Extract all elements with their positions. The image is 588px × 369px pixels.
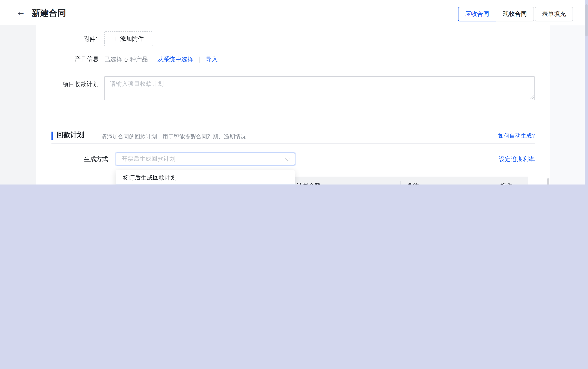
desktop: ← 新建合同 应收合同 现收合同 表单填充 附件1 + 添加附件 产品信息 已选… (0, 0, 588, 184)
section-subtitle: 请添加合同的回款计划，用于智能提醒合同到期、逾期情况 (101, 133, 246, 141)
option-after-signing[interactable]: 签订后生成回款计划 (116, 171, 295, 184)
generate-method-label: 生成方式 (10, 155, 108, 163)
product-info-label: 产品信息 (0, 54, 99, 63)
plus-icon: + (113, 36, 117, 42)
col-header-planned-amount: 计划金额 (296, 182, 320, 184)
generate-method-dropdown: 签订后生成回款计划 开票后生成回款计划 结算后生成回款计划 发货后生成回款计划 … (116, 170, 295, 184)
section-accent-bar (52, 132, 53, 140)
app-window: ← 新建合同 应收合同 现收合同 表单填充 附件1 + 添加附件 产品信息 已选… (0, 0, 585, 184)
chevron-down-icon (285, 156, 290, 161)
generate-method-value: 开票后生成回款计划 (121, 155, 286, 163)
generate-method-select[interactable]: 开票后生成回款计划 (116, 153, 295, 165)
project-plan-label: 项目收款计划 (0, 80, 99, 88)
section-divider (52, 143, 535, 144)
set-overdue-rate-link[interactable]: 设定逾期利率 (499, 155, 535, 163)
header-divider (496, 181, 496, 184)
choose-from-system-link[interactable]: 从系统中选择 (158, 56, 193, 63)
add-attachment-label: 添加附件 (120, 35, 144, 43)
page-header: ← 新建合同 应收合同 现收合同 表单填充 (0, 0, 585, 25)
right-rail (550, 25, 585, 184)
back-arrow-icon[interactable]: ← (16, 6, 25, 18)
tab-receivable-contract[interactable]: 应收合同 (458, 7, 496, 21)
vertical-divider (200, 57, 200, 62)
selected-count: 0 (124, 56, 128, 63)
tab-form-fill[interactable]: 表单填充 (535, 7, 573, 21)
project-plan-textarea[interactable] (104, 76, 535, 100)
tab-cash-contract[interactable]: 现收合同 (496, 7, 534, 21)
section-title: 回款计划 (57, 131, 84, 140)
product-info-row: 已选择 0 种产品 从系统中选择 导入 (104, 56, 218, 63)
import-link[interactable]: 导入 (206, 56, 218, 63)
form-scrollbar-thumb[interactable] (547, 178, 549, 184)
header-divider (400, 181, 400, 184)
add-attachment-button[interactable]: + 添加附件 (104, 31, 153, 46)
auto-generate-help-link[interactable]: 如何自动生成? (498, 132, 535, 140)
col-header-remark: 备注 (407, 182, 419, 184)
selected-suffix: 种产品 (130, 56, 148, 63)
col-header-actions: 操作 (501, 182, 513, 184)
page-title: 新建合同 (32, 7, 66, 19)
selected-prefix: 已选择 (104, 56, 122, 63)
attachment-label: 附件1 (0, 35, 99, 43)
window-scrollbar-thumb[interactable] (585, 4, 587, 36)
